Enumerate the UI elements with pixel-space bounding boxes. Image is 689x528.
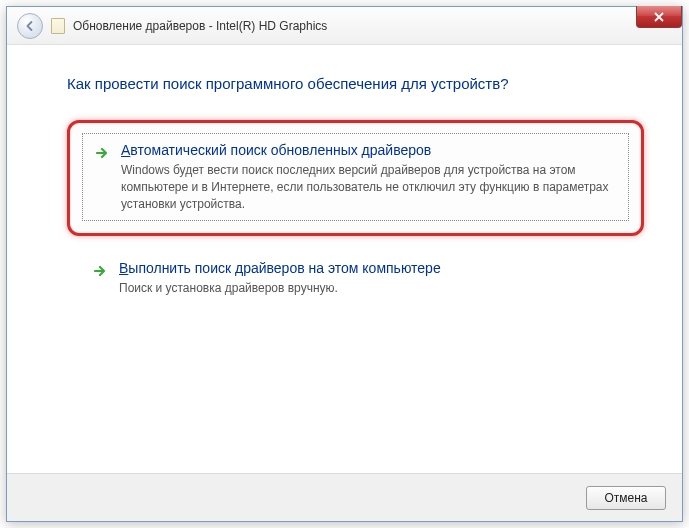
titlebar: Обновление драйверов - Intel(R) HD Graph…: [7, 7, 682, 45]
option-description: Поиск и установка драйверов вручную.: [119, 280, 620, 297]
window-title: Обновление драйверов - Intel(R) HD Graph…: [73, 19, 327, 33]
option-title: Выполнить поиск драйверов на этом компью…: [119, 260, 620, 276]
footer-bar: Отмена: [7, 473, 682, 521]
page-heading: Как провести поиск программного обеспече…: [67, 75, 644, 92]
cancel-button[interactable]: Отмена: [586, 486, 666, 510]
back-arrow-icon: [24, 20, 36, 32]
option-description: Windows будет вести поиск последних верс…: [121, 162, 618, 212]
document-icon: [51, 18, 65, 34]
close-icon: [654, 12, 664, 22]
option-manual-search[interactable]: Выполнить поиск драйверов на этом компью…: [67, 250, 644, 309]
arrow-right-icon: [93, 144, 111, 162]
close-button[interactable]: [636, 6, 682, 28]
arrow-right-icon: [91, 262, 109, 280]
dialog-window: Обновление драйверов - Intel(R) HD Graph…: [6, 6, 683, 522]
option-auto-search[interactable]: Автоматический поиск обновленных драйвер…: [67, 120, 644, 236]
option-title: Автоматический поиск обновленных драйвер…: [121, 142, 618, 158]
content-area: Как провести поиск программного обеспече…: [7, 45, 682, 473]
back-button[interactable]: [17, 13, 43, 39]
